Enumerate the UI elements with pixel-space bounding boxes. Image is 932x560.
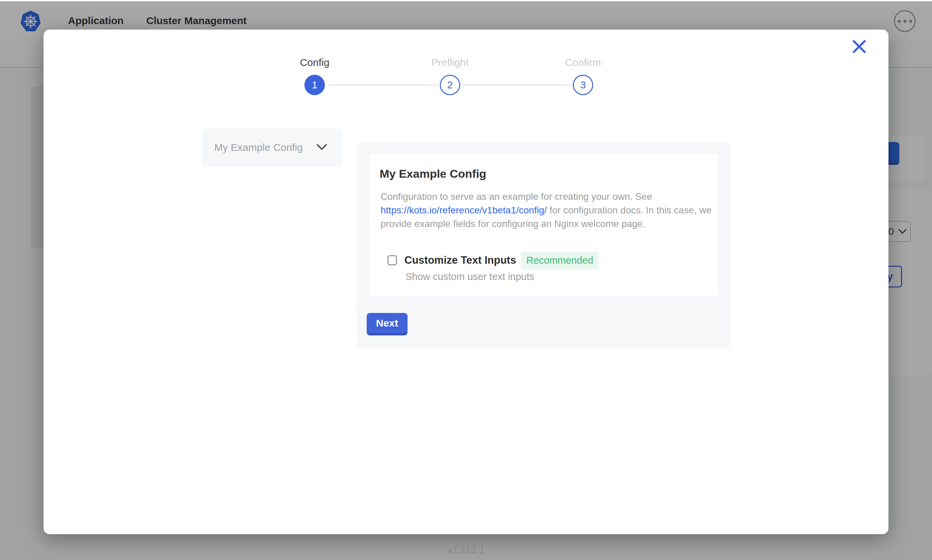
- config-wizard-modal: Config Preflight Confirm 1 2 3 My Exampl…: [43, 29, 889, 534]
- description-text: Configuration to serve as an example for…: [381, 191, 652, 202]
- config-group-description: Configuration to serve as an example for…: [381, 190, 718, 231]
- step-connector: [328, 84, 438, 86]
- close-icon: [852, 40, 866, 53]
- config-panel: My Example Config Configuration to serve…: [356, 143, 730, 348]
- step-label-preflight: Preflight: [399, 57, 501, 68]
- config-group-card: My Example Config Configuration to serve…: [368, 153, 719, 297]
- kots-admin-console: Application Cluster Management 0 y v1.11…: [0, 0, 932, 560]
- customize-text-inputs-help: Show custom user text inputs: [406, 271, 534, 282]
- step-circle-1[interactable]: 1: [304, 75, 325, 95]
- step-circle-2[interactable]: 2: [440, 75, 460, 95]
- step-connector: [461, 84, 572, 86]
- customize-text-inputs-checkbox[interactable]: [387, 255, 397, 265]
- config-group-title: My Example Config: [380, 167, 486, 180]
- customize-text-inputs-row: Customize Text Inputs Recommended: [387, 250, 599, 271]
- step-circle-3[interactable]: 3: [573, 75, 593, 95]
- close-modal-button[interactable]: [848, 36, 870, 57]
- config-docs-link[interactable]: https://kots.io/reference/v1beta1/config…: [381, 205, 547, 215]
- top-edge-strip: [0, 0, 932, 2]
- next-button[interactable]: Next: [367, 313, 407, 335]
- config-group-dropdown[interactable]: My Example Config: [202, 128, 342, 166]
- chevron-down-icon: [316, 143, 327, 151]
- recommended-badge: Recommended: [521, 252, 599, 269]
- config-group-dropdown-label: My Example Config: [214, 128, 303, 166]
- customize-text-inputs-label[interactable]: Customize Text Inputs: [404, 254, 516, 266]
- step-label-confirm: Confirm: [532, 57, 634, 68]
- step-label-config: Config: [264, 57, 366, 68]
